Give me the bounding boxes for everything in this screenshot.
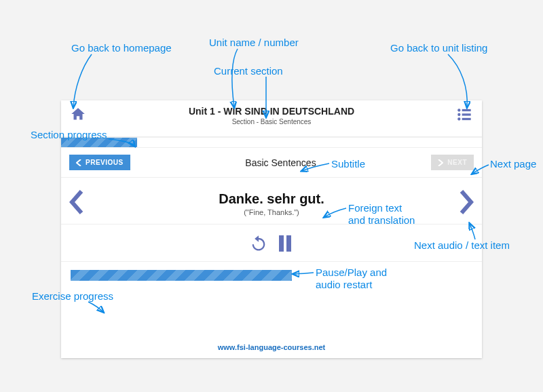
- exercise-progress-bar: [71, 270, 472, 281]
- svg-point-0: [457, 109, 460, 111]
- svg-point-4: [457, 117, 460, 120]
- app-card: Unit 1 - WIR SIND IN DEUTSCHLAND Section…: [61, 100, 482, 358]
- previous-button[interactable]: PREVIOUS: [69, 155, 130, 170]
- svg-rect-5: [462, 118, 471, 120]
- section-subtitle: Section - Basic Sentences: [87, 118, 456, 125]
- pause-play-icon[interactable]: [278, 234, 294, 256]
- exercise-progress-fill: [71, 270, 292, 281]
- translation-text: ("Fine, Thanks."): [84, 208, 459, 216]
- anno-unit-listing: Go back to unit listing: [390, 42, 487, 54]
- svg-rect-3: [462, 113, 471, 115]
- audio-controls: [61, 224, 482, 262]
- svg-rect-1: [462, 109, 471, 111]
- subtitle-text: Basic Sentences: [245, 157, 316, 168]
- sentence-block: Danke. sehr gut. ("Fine, Thanks."): [84, 191, 459, 216]
- next-item-chevron[interactable]: [459, 190, 474, 217]
- restart-audio-icon[interactable]: [249, 234, 268, 256]
- svg-point-2: [457, 113, 460, 116]
- main-row: Danke. sehr gut. ("Fine, Thanks."): [61, 178, 482, 224]
- svg-rect-7: [286, 235, 291, 252]
- svg-rect-6: [279, 235, 284, 252]
- home-icon[interactable]: [69, 106, 87, 126]
- anno-current-section: Current section: [214, 65, 283, 77]
- section-progress-fill: [61, 138, 137, 147]
- list-icon[interactable]: [456, 106, 474, 126]
- unit-title: Unit 1 - WIR SIND IN DEUTSCHLAND: [87, 106, 456, 117]
- card-header: Unit 1 - WIR SIND IN DEUTSCHLAND Section…: [61, 100, 482, 137]
- exercise-progress-wrap: [61, 262, 482, 281]
- footer-link[interactable]: www.fsi-language-courses.net: [61, 343, 482, 351]
- section-progress-bar: [61, 137, 482, 148]
- anno-homepage: Go back to homepage: [71, 42, 172, 54]
- anno-unit-name: Unit name / number: [209, 37, 299, 48]
- prev-item-chevron[interactable]: [69, 190, 84, 217]
- previous-button-label: PREVIOUS: [86, 159, 124, 166]
- next-button[interactable]: NEXT: [431, 155, 474, 170]
- header-center: Unit 1 - WIR SIND IN DEUTSCHLAND Section…: [87, 106, 456, 125]
- anno-next-page: Next page: [490, 158, 536, 170]
- foreign-text: Danke. sehr gut.: [84, 191, 459, 207]
- nav-row: PREVIOUS Basic Sentences NEXT: [61, 148, 482, 178]
- next-button-label: NEXT: [447, 159, 467, 166]
